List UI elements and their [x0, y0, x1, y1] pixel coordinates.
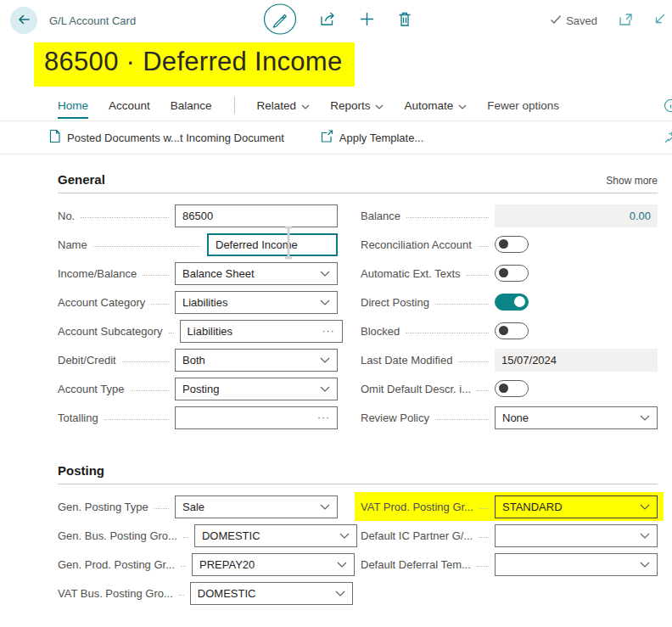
last-date-modified-value: 15/07/2024 — [501, 354, 557, 367]
back-button[interactable] — [10, 7, 37, 34]
account-type-select[interactable]: Posting — [175, 378, 338, 400]
field-row-automatic-ext-texts: Automatic Ext. Texts — [361, 259, 658, 288]
posting-right-column: VAT Prod. Posting Gr... STANDARD Default… — [361, 492, 658, 607]
collapse-button[interactable] — [653, 13, 666, 28]
account-subcategory-label: Account Subcategory — [58, 325, 163, 338]
tab-reports-label: Reports — [330, 99, 370, 112]
tab-automate[interactable]: Automate — [404, 98, 467, 119]
posting-left-column: Gen. Posting Type Sale Gen. Bus. Posting… — [58, 492, 338, 607]
posted-documents-action[interactable]: Posted Documents w...t Incoming Document — [48, 129, 284, 146]
default-deferral-template-label: Default Deferral Tem... — [361, 558, 471, 571]
chevron-down-icon — [320, 300, 330, 305]
apply-template-action[interactable]: Apply Template... — [320, 129, 423, 146]
share-button[interactable] — [319, 11, 337, 30]
field-row-debit-credit: Debit/Credit Both — [58, 345, 338, 374]
open-in-new-window-icon — [618, 13, 633, 29]
tab-account[interactable]: Account — [109, 98, 150, 119]
field-row-gen-posting-type: Gen. Posting Type Sale — [58, 492, 338, 521]
income-balance-select[interactable]: Balance Sheet — [175, 262, 338, 285]
apply-template-label: Apply Template... — [339, 132, 423, 144]
chevron-down-icon — [301, 99, 310, 112]
pencil-icon — [263, 3, 297, 37]
toolbar-actions — [263, 5, 412, 36]
leader-dots — [467, 275, 489, 276]
title-row: 86500 · Deferred Income — [0, 41, 672, 90]
field-row-account-type: Account Type Posting — [58, 374, 338, 403]
no-label: No. — [58, 210, 75, 222]
vat-prod-posting-group-select[interactable]: STANDARD — [495, 495, 658, 518]
debit-credit-value: Both — [182, 354, 205, 367]
reconciliation-account-toggle[interactable] — [495, 236, 529, 253]
name-input[interactable] — [207, 233, 338, 256]
field-row-default-ic-partner: Default IC Partner G/... — [361, 521, 658, 550]
document-icon — [48, 129, 61, 146]
show-more-link[interactable]: Show more — [606, 175, 658, 187]
account-category-value: Liabilities — [182, 296, 227, 309]
leader-dots — [479, 537, 489, 538]
debit-credit-select[interactable]: Both — [175, 349, 338, 372]
general-right-column: Balance 0.00 Reconciliation Account Auto… — [361, 201, 658, 432]
leader-dots — [151, 304, 169, 305]
vat-bus-posting-group-label: VAT Bus. Posting Gro... — [58, 587, 173, 600]
direct-posting-label: Direct Posting — [361, 296, 429, 309]
pin-icon[interactable] — [664, 131, 672, 147]
new-button[interactable] — [359, 11, 375, 30]
default-ic-partner-select[interactable] — [495, 524, 658, 547]
reconciliation-account-label: Reconciliation Account — [361, 238, 472, 251]
general-left-column: No. Name Income/Balance Balance Sheet — [58, 201, 338, 432]
review-policy-select[interactable]: None — [495, 406, 658, 429]
balance-value-field[interactable]: 0.00 — [495, 204, 658, 227]
posting-section: Posting Gen. Posting Type Sale Gen. Bus.… — [0, 463, 672, 607]
leader-dots — [435, 304, 489, 305]
account-subcategory-lookup[interactable]: Liabilities ··· — [180, 320, 343, 343]
gen-bus-posting-group-select[interactable]: DOMESTIC — [194, 524, 357, 547]
blocked-toggle[interactable] — [495, 322, 529, 339]
info-icon[interactable] — [664, 98, 672, 115]
posted-documents-label: Posted Documents w...t Incoming Document — [67, 132, 284, 144]
leader-dots — [143, 275, 169, 276]
chevron-down-icon — [335, 591, 345, 596]
ellipsis-lookup-icon: ··· — [322, 327, 335, 334]
income-balance-value: Balance Sheet — [182, 267, 255, 280]
blocked-label: Blocked — [361, 325, 400, 338]
delete-button[interactable] — [397, 11, 412, 30]
chevron-down-icon — [337, 562, 347, 568]
field-row-vat-bus-posting-group: VAT Bus. Posting Gro... DOMESTIC — [58, 579, 338, 607]
action-bar: Posted Documents w...t Incoming Document… — [0, 121, 672, 154]
default-deferral-template-select[interactable] — [495, 553, 658, 576]
leader-dots — [169, 333, 174, 333]
totalling-lookup[interactable]: ··· — [175, 406, 338, 429]
gen-prod-posting-group-select[interactable]: PREPAY20 — [192, 553, 355, 576]
omit-default-descr-toggle[interactable] — [495, 380, 529, 397]
account-type-label: Account Type — [58, 383, 125, 395]
field-row-vat-prod-posting-group: VAT Prod. Posting Gr... STANDARD — [355, 492, 664, 521]
tab-home[interactable]: Home — [58, 98, 88, 119]
edit-pencil-button[interactable] — [263, 5, 297, 36]
open-in-new-window-button[interactable] — [618, 13, 633, 29]
ellipsis-lookup-icon: ··· — [317, 414, 330, 421]
back-arrow-icon — [16, 13, 31, 29]
totalling-label: Totalling — [58, 411, 98, 424]
gen-bus-posting-group-value: DOMESTIC — [202, 529, 260, 542]
leader-dots — [181, 566, 186, 567]
tab-related[interactable]: Related — [257, 98, 311, 119]
vat-bus-posting-group-select[interactable]: DOMESTIC — [190, 582, 353, 605]
account-category-select[interactable]: Liabilities — [175, 291, 338, 314]
leader-dots — [93, 246, 201, 247]
automatic-ext-texts-toggle[interactable] — [495, 265, 529, 282]
tab-reports[interactable]: Reports — [330, 98, 384, 119]
no-input[interactable] — [175, 204, 338, 227]
leader-dots — [131, 390, 169, 391]
leader-dots — [406, 333, 489, 333]
gen-posting-type-select[interactable]: Sale — [175, 495, 338, 518]
direct-posting-toggle[interactable] — [495, 294, 529, 311]
gen-prod-posting-group-value: PREPAY20 — [199, 558, 255, 571]
tab-balance[interactable]: Balance — [171, 98, 212, 119]
toggle-knob — [499, 326, 508, 335]
general-section-header: General Show more — [58, 172, 658, 193]
posting-fields: Gen. Posting Type Sale Gen. Bus. Posting… — [58, 484, 658, 607]
chevron-down-icon — [640, 562, 650, 568]
review-policy-label: Review Policy — [361, 411, 429, 424]
tab-fewer-options[interactable]: Fewer options — [487, 98, 559, 119]
leader-dots — [478, 246, 489, 247]
